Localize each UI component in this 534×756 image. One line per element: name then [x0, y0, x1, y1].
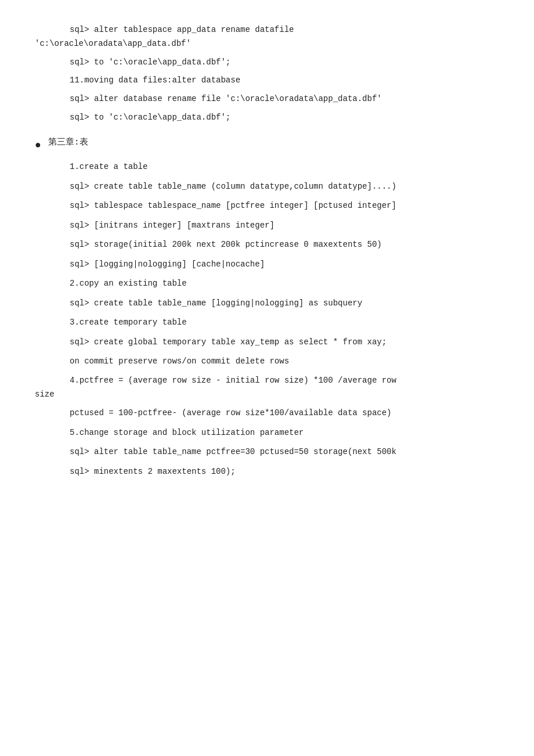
- item-2-copy-heading: 2.copy an existing table: [35, 276, 499, 291]
- code-text: sql> alter tablespace app_data rename da…: [35, 23, 499, 37]
- code-text: 11.moving data files:alter database: [35, 74, 499, 88]
- item-1-sql-initrans: sql> [initrans integer] [maxtrans intege…: [35, 218, 499, 233]
- code-text: sql> alter database rename file 'c:\orac…: [35, 92, 499, 106]
- item-1-create-table-heading: 1.create a table: [35, 160, 499, 175]
- item-1-sql-logging: sql> [logging|nologging] [cache|nocache]: [35, 257, 499, 272]
- code-text: sql> [logging|nologging] [cache|nocache]: [70, 260, 265, 269]
- code-text: on commit preserve rows/on commit delete…: [70, 357, 289, 366]
- line-alter-tablespace: sql> alter tablespace app_data rename da…: [35, 23, 499, 51]
- item-3-temp-heading: 3.create temporary table: [35, 315, 499, 330]
- item-5-sql-minextents: sql> minextents 2 maxextents 100);: [35, 465, 499, 480]
- code-text: 1.create a table: [70, 162, 147, 171]
- line-alter-database: sql> alter database rename file 'c:\orac…: [35, 92, 499, 106]
- chapter-3-label: 第三章:表: [48, 135, 88, 150]
- item-5-sql-alter-table: sql> alter table table_name pctfree=30 p…: [35, 445, 499, 460]
- code-text: 2.copy an existing table: [70, 279, 187, 288]
- code-text: sql> alter table table_name pctfree=30 p…: [70, 447, 396, 456]
- code-text-cont: 'c:\oracle\oradata\app_data.dbf': [35, 37, 499, 51]
- code-text-cont: size: [35, 388, 499, 402]
- code-text: sql> [initrans integer] [maxtrans intege…: [70, 221, 275, 230]
- code-text: sql> tablespace tablespace_name [pctfree…: [70, 201, 396, 210]
- code-text: sql> minextents 2 maxextents 100);: [70, 467, 236, 476]
- item-3-sql-global-temp: sql> create global temporary table xay_t…: [35, 335, 499, 350]
- chapter-3-bullet: ● 第三章:表: [35, 135, 499, 154]
- code-text: 5.change storage and block utilization p…: [70, 428, 304, 437]
- item-5-change-storage-heading: 5.change storage and block utilization p…: [35, 426, 499, 441]
- code-text: sql> to 'c:\oracle\app_data.dbf';: [35, 111, 499, 125]
- line-moving-data: 11.moving data files:alter database: [35, 74, 499, 88]
- code-text: pctused = 100-pctfree- (average row size…: [70, 408, 392, 417]
- item-4-pctused: pctused = 100-pctfree- (average row size…: [35, 406, 499, 421]
- line-to-app-data: sql> to 'c:\oracle\app_data.dbf';: [35, 56, 499, 70]
- code-text: 4.pctfree = (average row size - initial …: [35, 374, 499, 388]
- item-1-sql-create-table: sql> create table table_name (column dat…: [35, 179, 499, 195]
- code-text: sql> create table table_name (column dat…: [70, 182, 396, 191]
- code-text: sql> create table table_name [logging|no…: [70, 298, 362, 308]
- bullet-icon: ●: [35, 136, 41, 154]
- code-text: 3.create temporary table: [70, 318, 187, 327]
- item-1-sql-tablespace: sql> tablespace tablespace_name [pctfree…: [35, 199, 499, 214]
- code-text: sql> storage(initial 200k next 200k pcti…: [70, 240, 382, 249]
- item-3-on-commit: on commit preserve rows/on commit delete…: [35, 354, 499, 369]
- code-text: sql> create global temporary table xay_t…: [70, 337, 387, 347]
- code-text: sql> to 'c:\oracle\app_data.dbf';: [35, 56, 499, 70]
- item-4-pctfree: 4.pctfree = (average row size - initial …: [35, 374, 499, 402]
- item-2-sql-create-table-copy: sql> create table table_name [logging|no…: [35, 296, 499, 311]
- line-to-app-data-2: sql> to 'c:\oracle\app_data.dbf';: [35, 111, 499, 125]
- item-1-sql-storage: sql> storage(initial 200k next 200k pcti…: [35, 237, 499, 253]
- main-content: sql> alter tablespace app_data rename da…: [35, 23, 499, 484]
